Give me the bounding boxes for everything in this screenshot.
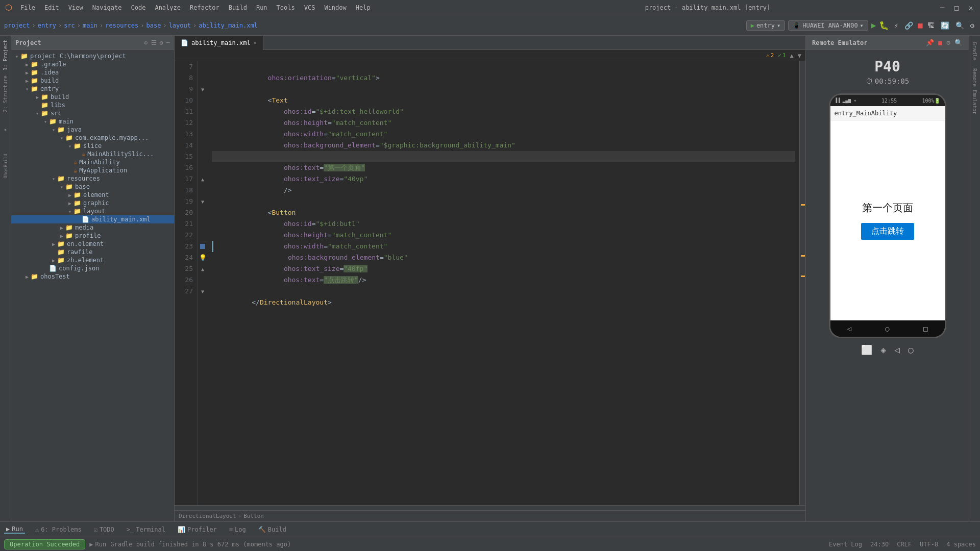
tab-ability-main[interactable]: 📄 ability_main.xml ✕ [175, 36, 263, 50]
tree-item-build-root[interactable]: ▶ 📁 build [11, 77, 174, 85]
tree-item-myapplication[interactable]: ☕ MyApplication [11, 166, 174, 174]
minimize-button[interactable]: ─ [938, 4, 946, 12]
editor-area[interactable]: 7 8 9 10 11 12 13 14 15 16 17 18 19 20 2… [175, 61, 805, 505]
tab-build[interactable]: 🔨 Build [256, 526, 288, 533]
tab-run[interactable]: ▶ Run [4, 525, 25, 534]
em-back-icon[interactable]: ◁ [894, 344, 900, 355]
strip-remote-emulator[interactable]: Remote Emulator [971, 64, 978, 118]
panel-minimize-icon[interactable]: ─ [166, 39, 170, 46]
bc-file[interactable]: ability_main.xml [199, 22, 258, 29]
emulator-close-icon[interactable]: ■ [938, 39, 942, 46]
tab-terminal[interactable]: >_ Terminal [125, 526, 167, 533]
menu-navigate[interactable]: Navigate [88, 3, 126, 12]
tree-item-resources[interactable]: ▾ 📁 resources [11, 174, 174, 183]
gutter-9[interactable]: ▼ [198, 84, 208, 95]
bc-button[interactable]: Button [243, 513, 264, 519]
bc-resources[interactable]: resources [105, 22, 138, 29]
strip-structure[interactable]: 2: Structure [2, 73, 9, 114]
menu-help[interactable]: Help [352, 3, 375, 12]
pin-icon[interactable]: 📌 [926, 39, 934, 46]
strip-ohos[interactable]: OhosBuild [2, 152, 9, 181]
bc-directional[interactable]: DirectionalLayout [179, 513, 236, 519]
tree-item-graphic[interactable]: ▶ 📁 graphic [11, 199, 174, 207]
bc-layout[interactable]: layout [169, 22, 191, 29]
menu-window[interactable]: Window [320, 3, 350, 12]
sync-button[interactable]: 🔄 [939, 20, 951, 31]
tree-item-en-element[interactable]: ▶ 📁 en.element [11, 240, 174, 248]
bc-main[interactable]: main [83, 22, 97, 29]
tree-item-entry-build[interactable]: ▶ 📁 build [11, 93, 174, 101]
run-button[interactable]: ▶ [871, 20, 876, 30]
run-status[interactable]: ▶ Run [89, 541, 106, 548]
tree-item-libs[interactable]: 📁 libs [11, 101, 174, 109]
emulator-settings-icon[interactable]: ⚙ [946, 39, 950, 46]
search-button[interactable]: 🔍 [954, 20, 966, 31]
gutter-25[interactable]: ▲ [198, 263, 208, 274]
tab-log[interactable]: ≡ Log [227, 526, 248, 533]
close-button[interactable]: ✕ [967, 4, 975, 12]
tree-item-entry[interactable]: ▾ 📁 entry [11, 85, 174, 93]
bc-base[interactable]: base [146, 22, 161, 29]
nav-recent[interactable]: □ [923, 324, 927, 333]
em-rotate-icon[interactable]: ◈ [880, 344, 886, 355]
debug-button[interactable]: 🐛 [879, 20, 889, 30]
menu-edit[interactable]: Edit [40, 3, 63, 12]
tree-item-config[interactable]: 📄 config.json [11, 264, 174, 272]
menu-analyze[interactable]: Analyze [151, 3, 185, 12]
gutter-19[interactable]: ▼ [198, 196, 208, 207]
tree-item-ohostest[interactable]: ▶ 📁 ohosTest [11, 272, 174, 281]
tree-item-mainabilityslice[interactable]: ☕ MainAbilitySlic... [11, 150, 174, 158]
tree-item-element[interactable]: ▶ 📁 element [11, 191, 174, 199]
line-ending[interactable]: CRLF [897, 541, 912, 548]
menu-build[interactable]: Build [225, 3, 251, 12]
tree-item-java[interactable]: ▾ 📁 java [11, 126, 174, 134]
tree-item-base[interactable]: ▾ 📁 base [11, 183, 174, 191]
menu-refactor[interactable]: Refactor [186, 3, 224, 12]
emulator-search-icon[interactable]: 🔍 [954, 39, 963, 46]
tree-item-rawfile[interactable]: 📁 rawfile [11, 248, 174, 256]
strip-gradle[interactable]: Gradle [971, 38, 978, 64]
tree-item-media[interactable]: ▶ 📁 media [11, 223, 174, 232]
horizontal-scrollbar[interactable] [175, 505, 805, 510]
tree-item-slice[interactable]: ▾ 📁 slice [11, 142, 174, 150]
panel-config-icon[interactable]: ⚙ [160, 39, 163, 46]
settings-button[interactable]: ⚙ [969, 20, 976, 31]
code-editor[interactable]: ohos:orientation="vertical"> <Text ohos:… [208, 61, 799, 505]
tab-problems[interactable]: ⚠ 6: Problems [33, 526, 84, 533]
panel-layout-icon[interactable]: ☰ [151, 39, 157, 46]
tree-item-gradle[interactable]: ▶ 📁 .gradle [11, 60, 174, 68]
tree-item-mainability[interactable]: ☕ MainAbility [11, 158, 174, 166]
gutter-27[interactable]: ▼ [198, 286, 208, 297]
gutter-17[interactable]: ▲ [198, 173, 208, 185]
indent[interactable]: 4 spaces [946, 541, 976, 548]
bc-project[interactable]: project [4, 22, 30, 29]
em-screen-icon[interactable]: ⬜ [861, 344, 872, 355]
nav-back[interactable]: ◁ [847, 324, 851, 333]
bc-src[interactable]: src [64, 22, 75, 29]
nav-home[interactable]: ○ [885, 324, 889, 333]
em-home-icon[interactable]: ○ [908, 344, 914, 355]
stop-button[interactable]: ■ [918, 20, 923, 30]
menu-view[interactable]: View [64, 3, 87, 12]
tab-profiler[interactable]: 📊 Profiler [176, 526, 219, 533]
profile-button[interactable]: ⚡ [892, 20, 899, 31]
nav-up-arrow[interactable]: ▲ [790, 52, 794, 59]
menu-vcs[interactable]: VCS [300, 3, 320, 12]
run-config-dropdown[interactable]: ▶ entry ▾ [746, 20, 786, 31]
panel-settings-icon[interactable]: ⊕ [144, 39, 148, 46]
tab-close-button[interactable]: ✕ [254, 40, 257, 45]
tab-todo[interactable]: ☑ TODO [92, 526, 116, 533]
tree-item-ability-main[interactable]: 📄 ability_main.xml [11, 215, 174, 223]
strip-project[interactable]: 1: Project [2, 38, 9, 72]
nav-down-arrow[interactable]: ▼ [798, 52, 801, 59]
encoding[interactable]: UTF-8 [920, 541, 938, 548]
phone-button[interactable]: 点击跳转 [861, 223, 914, 240]
menu-file[interactable]: File [16, 3, 39, 12]
menu-tools[interactable]: Tools [273, 3, 299, 12]
menu-code[interactable]: Code [127, 3, 150, 12]
build-button[interactable]: 🏗 [926, 20, 936, 31]
maximize-button[interactable]: □ [952, 4, 961, 12]
tree-item-idea[interactable]: ▶ 📁 .idea [11, 68, 174, 77]
tree-item-main[interactable]: ▾ 📁 main [11, 117, 174, 126]
tree-item-src[interactable]: ▾ 📁 src [11, 109, 174, 117]
